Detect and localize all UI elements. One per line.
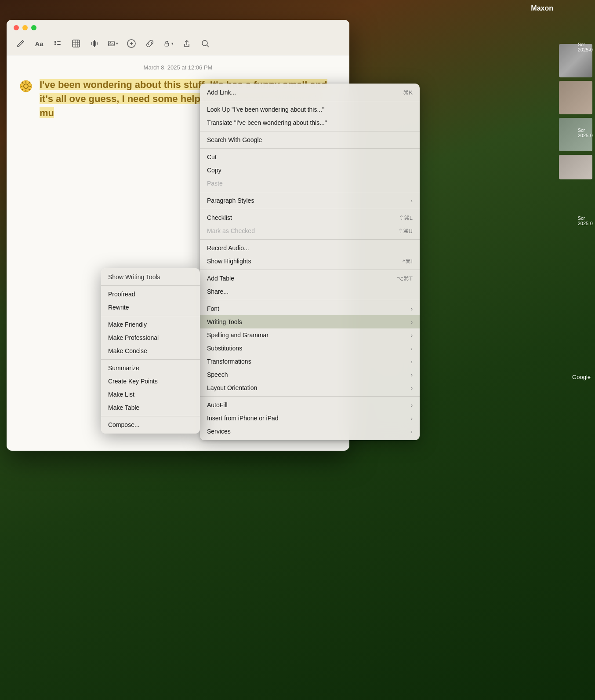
submenu-make-professional[interactable]: Make Professional [101,331,200,344]
google-label: Google [572,374,591,380]
submenu-make-friendly[interactable]: Make Friendly [101,318,200,331]
thumbnail-4[interactable] [559,155,592,179]
menu-item-label: Search With Google [207,136,262,143]
menu-item-label: Font [207,305,219,312]
menu-item-label: Add Link... [207,89,236,96]
menu-item-cut[interactable]: Cut [200,150,420,164]
submenu-proofread[interactable]: Proofread [101,288,200,301]
menu-item-label: Checklist [207,214,232,221]
scr-label-2: Scr2025-0 [578,128,593,138]
menu-item-services[interactable]: Services › [200,425,420,438]
menu-item-share[interactable]: Share... [200,285,420,298]
divider-2 [200,131,420,131]
svg-rect-11 [94,40,95,47]
scr-label-1: Scr2025-0 [578,42,593,52]
submenu-item-label: Show Writing Tools [108,273,160,281]
divider-8 [200,300,420,300]
menu-item-label: Layout Orientation [207,384,257,391]
submenu-show-writing-tools[interactable]: Show Writing Tools [101,270,200,284]
compose-icon[interactable] [15,38,26,49]
menu-item-speech[interactable]: Speech › [200,368,420,381]
menu-item-label: Services [207,428,231,435]
menu-item-label: Cut [207,153,217,160]
menu-item-insert-iphone[interactable]: Insert from iPhone or iPad › [200,412,420,425]
note-icon [20,80,32,94]
svg-rect-1 [54,44,56,45]
submenu-item-label: Create Key Points [108,378,158,385]
svg-rect-12 [95,41,96,46]
svg-rect-4 [73,40,80,47]
menu-item-label: Paste [207,180,223,187]
arrow-icon: › [411,415,413,422]
menu-item-record-audio[interactable]: Record Audio... [200,241,420,255]
menu-item-layout-orientation[interactable]: Layout Orientation › [200,381,420,394]
menu-item-add-link[interactable]: Add Link... ⌘K [200,86,420,99]
submenu-make-concise[interactable]: Make Concise [101,344,200,357]
audio-icon[interactable] [89,38,100,49]
link-icon[interactable] [145,38,155,49]
menu-item-font[interactable]: Font › [200,302,420,315]
menu-item-transformations[interactable]: Transformations › [200,355,420,368]
menu-item-show-highlights[interactable]: Show Highlights ^⌘I [200,255,420,268]
image-icon[interactable]: ▾ [108,38,118,49]
arrow-icon: › [411,319,413,325]
menu-item-autofill[interactable]: AutoFill › [200,398,420,412]
menu-shortcut-add-link: ⌘K [403,89,413,96]
submenu-item-label: Make Professional [108,334,159,341]
menu-item-label: Substitutions [207,345,242,352]
lock-icon[interactable]: ▾ [163,38,174,49]
menu-item-substitutions[interactable]: Substitutions › [200,342,420,355]
submenu-compose[interactable]: Compose... [101,418,200,431]
menu-item-label: Spelling and Grammar [207,332,268,339]
font-icon[interactable]: Aa [34,38,44,49]
submenu-make-list[interactable]: Make List [101,388,200,401]
submenu-item-label: Rewrite [108,304,129,311]
search-icon[interactable] [200,38,210,49]
svg-rect-9 [91,42,92,45]
arrow-icon: › [411,372,413,378]
menu-item-copy[interactable]: Copy [200,164,420,177]
arrow-icon: › [411,197,413,204]
svg-rect-0 [54,41,56,43]
menu-item-label: Look Up "I've been wondering about this.… [207,106,324,113]
toolbar: Aa [7,32,349,55]
menu-item-checklist[interactable]: Checklist ⇧⌘L [200,211,420,224]
menu-item-search-google[interactable]: Search With Google [200,133,420,146]
submenu-divider-1 [101,285,200,286]
submenu-create-key-points[interactable]: Create Key Points [101,375,200,388]
menu-item-look-up[interactable]: Look Up "I've been wondering about this.… [200,103,420,116]
right-sidebar [556,0,595,183]
submenu-make-table[interactable]: Make Table [101,401,200,414]
svg-point-15 [110,42,111,44]
svg-rect-13 [97,42,98,45]
svg-rect-2 [57,41,61,42]
menu-item-label: AutoFill [207,401,228,408]
note-timestamp: March 8, 2025 at 12:06 PM [20,64,336,71]
menu-item-translate[interactable]: Translate "I've been wondering about thi… [200,116,420,129]
divider-9 [200,396,420,397]
svg-rect-3 [57,44,61,45]
submenu-summarize[interactable]: Summarize [101,361,200,375]
menu-item-writing-tools[interactable]: Writing Tools › [200,315,420,328]
maximize-button[interactable] [31,25,36,30]
menu-item-spelling-grammar[interactable]: Spelling and Grammar › [200,328,420,342]
table-icon[interactable] [71,38,81,49]
arrow-icon: › [411,385,413,391]
submenu-divider-2 [101,316,200,316]
tag-icon[interactable] [126,38,137,49]
menu-item-add-table[interactable]: Add Table ⌥⌘T [200,272,420,285]
submenu-rewrite[interactable]: Rewrite [101,301,200,314]
menu-item-label: Show Highlights [207,258,251,265]
divider-7 [200,270,420,270]
close-button[interactable] [14,25,19,30]
list-icon[interactable] [52,38,63,49]
minimize-button[interactable] [22,25,28,30]
context-menu: Add Link... ⌘K Look Up "I've been wonder… [200,84,420,440]
thumbnail-2[interactable] [559,81,592,114]
menu-item-paragraph-styles[interactable]: Paragraph Styles › [200,194,420,207]
arrow-icon: › [411,306,413,312]
menu-shortcut-highlights: ^⌘I [403,258,413,265]
submenu-item-label: Make List [108,391,134,398]
share-icon[interactable] [181,38,192,49]
arrow-icon: › [411,402,413,408]
